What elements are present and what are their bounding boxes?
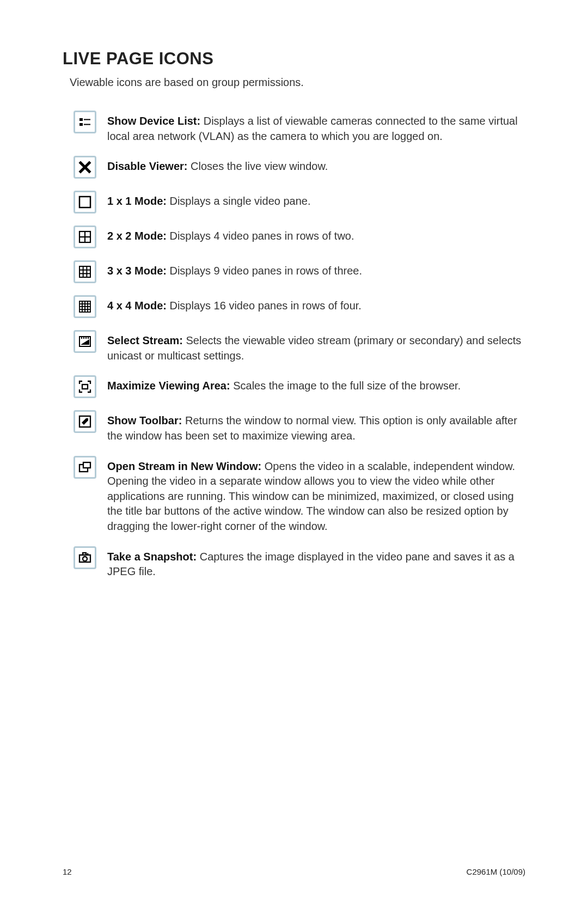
grid-4x4-icon: [74, 295, 96, 318]
new-window-icon: [74, 456, 96, 479]
snapshot-icon: [74, 546, 96, 569]
grid-1x1-icon: [74, 191, 96, 213]
grid-2x2-icon: [74, 225, 96, 248]
close-icon: [74, 156, 96, 179]
item-desc: Maximize Viewing Area: Scales the image …: [107, 375, 525, 394]
svg-rect-4: [79, 197, 90, 208]
grid-3x3-icon: [74, 260, 96, 283]
svg-rect-3: [84, 124, 90, 125]
item-desc: 2 x 2 Mode: Displays 4 video panes in ro…: [107, 225, 525, 244]
item-desc: 3 x 3 Mode: Displays 9 video panes in ro…: [107, 260, 525, 279]
item-desc: Take a Snapshot: Captures the image disp…: [107, 546, 525, 579]
item-desc: 4 x 4 Mode: Displays 16 video panes in r…: [107, 295, 525, 314]
item-desc: Select Stream: Selects the viewable vide…: [107, 330, 525, 363]
list-item: 1 x 1 Mode: Displays a single video pane…: [74, 191, 525, 213]
page-subtitle: Viewable icons are based on group permis…: [70, 76, 525, 89]
svg-rect-8: [79, 266, 90, 277]
item-desc: 1 x 1 Mode: Displays a single video pane…: [107, 191, 525, 209]
select-stream-icon: [74, 330, 96, 353]
list-item: Disable Viewer: Closes the live view win…: [74, 156, 525, 179]
page-title: LIVE PAGE ICONS: [63, 49, 525, 69]
svg-rect-2: [79, 123, 83, 126]
list-item: 4 x 4 Mode: Displays 16 video panes in r…: [74, 295, 525, 318]
list-item: Show Device List: Displays a list of vie…: [74, 111, 525, 144]
icon-list: Show Device List: Displays a list of vie…: [74, 111, 525, 579]
svg-rect-23: [85, 337, 87, 339]
show-toolbar-icon: [74, 410, 96, 433]
svg-rect-22: [83, 337, 84, 339]
list-item: Select Stream: Selects the viewable vide…: [74, 330, 525, 363]
page-footer: 12 C2961M (10/09): [63, 867, 525, 876]
svg-rect-28: [83, 462, 90, 468]
doc-id: C2961M (10/09): [467, 867, 525, 876]
list-item: 2 x 2 Mode: Displays 4 video panes in ro…: [74, 225, 525, 248]
item-desc: Show Device List: Displays a list of vie…: [107, 111, 525, 144]
item-desc: Disable Viewer: Closes the live view win…: [107, 156, 525, 174]
list-item: Take a Snapshot: Captures the image disp…: [74, 546, 525, 579]
device-list-icon: [74, 111, 96, 133]
svg-rect-25: [82, 385, 88, 389]
item-desc: Show Toolbar: Returns the window to norm…: [107, 410, 525, 443]
page-number: 12: [63, 867, 72, 876]
maximize-icon: [74, 375, 96, 398]
svg-rect-21: [81, 337, 82, 339]
svg-point-32: [83, 557, 87, 561]
list-item: Open Stream in New Window: Opens the vid…: [74, 456, 525, 534]
item-desc: Open Stream in New Window: Opens the vid…: [107, 456, 525, 534]
list-item: Maximize Viewing Area: Scales the image …: [74, 375, 525, 398]
list-item: 3 x 3 Mode: Displays 9 video panes in ro…: [74, 260, 525, 283]
svg-rect-1: [84, 119, 90, 120]
svg-rect-30: [83, 553, 86, 555]
svg-point-31: [87, 553, 89, 554]
svg-rect-0: [79, 118, 83, 121]
list-item: Show Toolbar: Returns the window to norm…: [74, 410, 525, 443]
svg-rect-24: [88, 337, 89, 339]
